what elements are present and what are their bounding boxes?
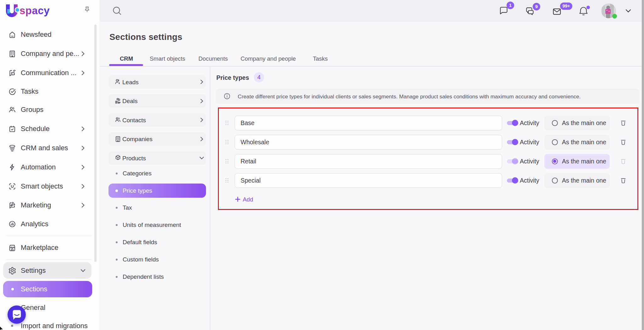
- svg-text:spacy: spacy: [19, 5, 50, 16]
